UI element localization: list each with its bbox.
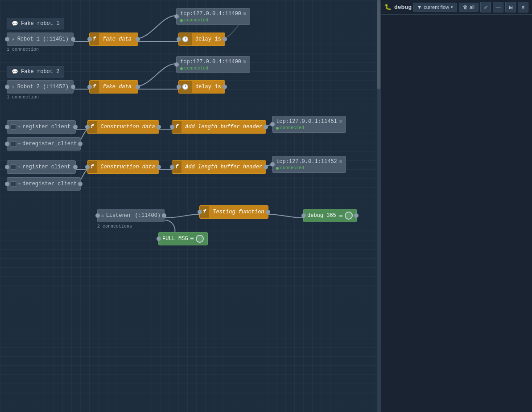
tcp-1-status-dot (180, 19, 183, 22)
sidebar: 🐛 debug ▼ current flow ▾ 🗑 all ⤢ — ⊞ ≡ (380, 0, 532, 412)
minimize-button[interactable]: — (493, 2, 503, 12)
tcp-4-wave-icon: ≋ (339, 158, 342, 165)
comment-icon: 💬 (12, 20, 18, 27)
listener-node[interactable]: ≋ Listener (:11400) (97, 209, 165, 222)
current-flow-label: current flow (424, 4, 449, 10)
fake-data-2-node[interactable]: f fake data (89, 80, 138, 94)
tcp-3-wave-icon: ≋ (339, 118, 342, 125)
testing-function-port-right (266, 210, 270, 214)
filter-icon: ▼ (417, 4, 422, 10)
register-2-label: register_client (22, 164, 70, 170)
full-msg-node[interactable]: FULL MSG ☰ (158, 232, 208, 245)
tcp-4-label: tcp:127.0.0.1:11452 (276, 159, 337, 165)
trash-icon: 🗑 (463, 4, 468, 10)
sidebar-header: 🐛 debug ▼ current flow ▾ 🗑 all ⤢ — ⊞ ≡ (381, 0, 532, 15)
listener-port-right (162, 213, 166, 218)
register-1-node[interactable]: ➜ register_client (7, 120, 76, 134)
robot-2-icon: ⚡ (12, 84, 15, 90)
tcp-4-status: connected (276, 166, 342, 171)
list-button[interactable]: ≡ (518, 2, 528, 12)
fake-data-2-port-right (136, 85, 140, 89)
listener-port-left (95, 213, 100, 218)
tcp-3-node[interactable]: tcp:127.0.0.1:11451 ≋ connected (272, 116, 346, 133)
tcp-2-label: tcp:127.0.0.1:11400 (180, 59, 241, 65)
fake-data-1-node[interactable]: f fake data (89, 33, 138, 46)
tcp-1-wave-icon: ≋ (243, 10, 246, 17)
deregister-2-checkbox[interactable] (11, 181, 16, 187)
fake-robot-1-node[interactable]: 💬 Fake robot 1 (7, 18, 64, 29)
full-msg-port-left (157, 237, 161, 241)
testing-function-node[interactable]: f Testing function (199, 205, 268, 219)
testing-function-port-left (198, 210, 202, 214)
delay-1-node[interactable]: 🕐 delay 1s (178, 33, 225, 46)
fake-data-1-label: fake data (99, 36, 135, 42)
scroll-thumb[interactable] (377, 0, 380, 89)
delay-2-port-left (177, 85, 181, 89)
register-1-label: register_client (22, 124, 70, 130)
construction-1-label: Construction data (97, 124, 158, 130)
tcp-1-port-left (174, 14, 179, 19)
fake-robot-1-label: Fake robot 1 (21, 20, 59, 27)
robot-2-label: Robot 2 (:11452) (17, 84, 69, 90)
robot-1-port-left (5, 37, 9, 41)
debug-365-port-right (354, 213, 359, 218)
maximize-button[interactable]: ⤢ (480, 2, 491, 12)
deregister-1-port-right (78, 142, 82, 146)
fake-data-1-port-left (87, 37, 92, 41)
deregister-2-port-left (5, 182, 9, 186)
all-label: all (470, 4, 474, 10)
debug-365-list-icon: ☰ (339, 213, 343, 218)
tcp-2-node[interactable]: tcp:127.0.0.1:11400 ≋ connected (176, 56, 250, 73)
register-1-arrow-icon: ➜ (18, 124, 21, 130)
robot-2-port-right (71, 85, 75, 89)
deregister-2-arrow-icon: ➜ (18, 181, 21, 187)
deregister-2-node[interactable]: ➜ deregister_client (7, 177, 81, 191)
delay-2-node[interactable]: 🕐 delay 1s (178, 80, 225, 94)
robot-1-connection-count: 1 connection (7, 47, 39, 52)
register-2-checkbox[interactable] (11, 164, 16, 170)
listener-wave-icon: ≋ (101, 213, 104, 219)
debug-365-btn[interactable] (345, 212, 353, 220)
tcp-4-node[interactable]: tcp:127.0.0.1:11452 ≋ connected (272, 156, 346, 173)
construction-1-node[interactable]: f Construction data (87, 120, 159, 134)
add-length-2-port-right (264, 165, 268, 169)
full-msg-list-icon: ☰ (190, 236, 194, 241)
tcp-1-node[interactable]: tcp:127.0.0.1:11400 ≋ connected (176, 8, 250, 25)
construction-2-port-left (85, 165, 90, 169)
robot-2-node[interactable]: ⚡ Robot 2 (:11452) (7, 80, 74, 94)
full-msg-btn[interactable] (196, 235, 204, 243)
register-2-port-left (5, 165, 9, 169)
register-2-port-right (73, 165, 78, 169)
tcp-1-status: connected (180, 18, 246, 23)
add-length-1-port-right (264, 125, 268, 129)
robot-1-icon: ⚡ (12, 37, 15, 42)
all-button[interactable]: 🗑 all (459, 3, 478, 12)
debug-365-label: debug 365 (307, 212, 337, 219)
add-length-1-node[interactable]: f Add length buffer header (172, 120, 266, 134)
grid-button[interactable]: ⊞ (505, 2, 516, 12)
register-2-node[interactable]: ➜ register_client (7, 160, 76, 174)
delay-1-port-right (223, 37, 227, 41)
delay-1-port-left (177, 37, 181, 41)
flow-canvas[interactable]: 💬 Fake robot 1 ⚡ Robot 1 (:11451) 1 conn… (0, 0, 380, 412)
debug-365-port-left (301, 213, 306, 218)
debug-365-node[interactable]: debug 365 ☰ (303, 209, 357, 222)
register-1-checkbox[interactable] (11, 124, 16, 130)
register-2-arrow-icon: ➜ (18, 164, 21, 170)
tcp-2-port-left (174, 62, 179, 67)
robot-1-node[interactable]: ⚡ Robot 1 (:11451) (7, 33, 74, 46)
fake-robot-2-label: Fake robot 2 (21, 69, 59, 75)
construction-2-node[interactable]: f Construction data (87, 160, 159, 174)
scroll-bar[interactable] (377, 0, 380, 412)
deregister-1-checkbox[interactable] (11, 141, 16, 147)
deregister-1-node[interactable]: ➜ deregister_client (7, 137, 81, 151)
robot-1-label: Robot 1 (:11451) (17, 36, 69, 42)
sidebar-title-label: debug (394, 4, 412, 11)
robot-2-connection-count: 1 connection (7, 95, 39, 100)
tcp-3-port-left (270, 122, 275, 126)
add-length-2-node[interactable]: f Add length buffer header (172, 160, 266, 174)
tcp-3-status: connected (276, 126, 342, 131)
tcp-2-status-dot (180, 67, 183, 70)
current-flow-button[interactable]: ▼ current flow ▾ (413, 3, 457, 12)
fake-robot-2-node[interactable]: 💬 Fake robot 2 (7, 66, 64, 78)
